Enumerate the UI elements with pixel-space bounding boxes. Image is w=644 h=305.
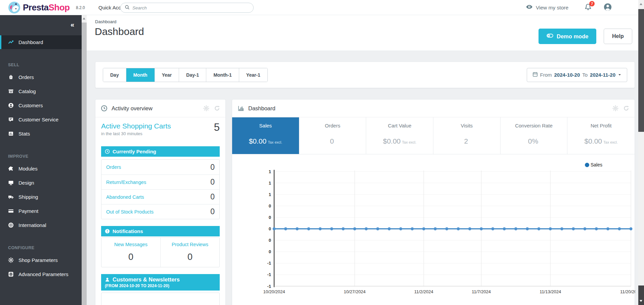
active-carts-label[interactable]: Active Shopping Carts — [101, 122, 171, 130]
kpi-value: 0 — [330, 137, 334, 145]
kpi-label: Net Profit — [567, 123, 635, 128]
customer-service-icon — [8, 117, 14, 122]
svg-text:0: 0 — [269, 226, 271, 231]
svg-text:-1: -1 — [267, 284, 271, 289]
refresh-icon[interactable] — [214, 105, 220, 111]
pending-row-value: 0 — [210, 178, 215, 187]
topbar-right: View my store 7 — [526, 0, 612, 15]
scrollbar-thumb[interactable] — [638, 9, 644, 132]
toggle-icon — [547, 32, 553, 40]
pending-row-link[interactable]: Orders — [106, 164, 121, 170]
sidebar-item-design[interactable]: Design — [0, 176, 82, 190]
pending-row-value: 0 — [210, 192, 215, 201]
page-header: Dashboard Dashboard Demo mode Help — [87, 15, 638, 50]
kpi-label: Sales — [232, 123, 299, 128]
pending-row-link[interactable]: Return/Exchanges — [106, 180, 146, 185]
kpi-tile-net-profit[interactable]: Net Profit$0.00Tax excl. — [567, 117, 635, 154]
clock-icon — [105, 149, 110, 154]
sidebar-item-label: Orders — [18, 74, 34, 80]
user-avatar[interactable] — [604, 3, 612, 12]
kpi-value: $0.00 — [249, 137, 267, 145]
refresh-icon[interactable] — [623, 105, 629, 111]
sidebar-item-shop-parameters[interactable]: Shop Parameters — [0, 253, 82, 267]
sidebar-item-modules[interactable]: Modules — [0, 161, 82, 176]
sidebar-item-orders[interactable]: Orders — [0, 70, 82, 84]
kpi-tile-sales[interactable]: Sales$0.00Tax excl. — [232, 117, 299, 154]
demo-mode-button[interactable]: Demo mode — [539, 29, 596, 44]
international-icon — [8, 222, 14, 228]
prestashop-logo-icon — [8, 1, 20, 14]
range-tab-month-1[interactable]: Month-1 — [206, 68, 239, 82]
notification-col-new-messages: New Messages0 — [101, 238, 160, 267]
svg-text:10/27/2024: 10/27/2024 — [344, 289, 366, 294]
scroll-up-icon[interactable] — [83, 17, 85, 20]
sidebar-item-stats[interactable]: Stats — [0, 126, 82, 141]
notification-link[interactable]: Product Reviews — [161, 242, 219, 247]
kpi-tile-cart-value[interactable]: Cart Value$0.00Tax excl. — [366, 117, 433, 154]
scroll-down-button[interactable] — [638, 285, 644, 305]
exclamation-icon — [105, 229, 110, 234]
sidebar-item-customers[interactable]: Customers — [0, 98, 82, 112]
sidebar-section-sell: SELLOrdersCatalogCustomersCustomer Servi… — [0, 63, 82, 141]
page-title: Dashboard — [95, 26, 144, 37]
view-my-store-link[interactable]: View my store — [526, 3, 568, 12]
scroll-down-icon — [640, 300, 642, 302]
kpi-tile-orders[interactable]: Orders0 — [299, 117, 367, 154]
payment-icon — [8, 208, 14, 214]
kpi-value: $0.00 — [584, 137, 602, 145]
svg-text:0: 0 — [269, 238, 271, 243]
stats-icon — [8, 131, 14, 137]
sidebar-item-dashboard[interactable]: Dashboard — [0, 35, 82, 49]
person-icon — [105, 277, 110, 282]
scroll-up-icon[interactable] — [640, 3, 642, 5]
sidebar-collapse-button[interactable]: « — [71, 21, 74, 28]
sidebar-item-label: Shipping — [18, 194, 38, 200]
kpi-tile-conversion-rate[interactable]: Conversion Rate0% — [501, 117, 568, 154]
date-range-button[interactable]: From 2024-10-20 To 2024-11-20 — [527, 68, 627, 82]
kpi-tile-visits[interactable]: Visits2 — [433, 117, 501, 154]
sidebar-item-catalog[interactable]: Catalog — [0, 84, 82, 98]
content-scrollbar-left — [82, 15, 87, 305]
panel-tools — [203, 105, 220, 111]
view-my-store-label: View my store — [536, 5, 568, 11]
range-tab-month[interactable]: Month — [126, 68, 155, 82]
active-carts-value: 5 — [214, 122, 220, 132]
range-tab-year[interactable]: Year — [155, 68, 179, 82]
svg-text:11/20/2024: 11/20/2024 — [620, 289, 635, 294]
svg-text:-1: -1 — [267, 261, 271, 266]
chevron-down-icon — [618, 72, 621, 78]
sidebar-item-label: International — [18, 222, 46, 228]
search-input[interactable] — [132, 5, 249, 10]
pending-row-link[interactable]: Out of Stock Products — [106, 209, 154, 215]
date-filter-panel: DayMonthYearDay-1Month-1Year-1 From 2024… — [95, 62, 635, 88]
scrollbar-thumb[interactable] — [82, 23, 87, 305]
sidebar-collapse-row: « — [0, 18, 82, 31]
sidebar-item-international[interactable]: International — [0, 218, 82, 232]
activity-panel-body: Active Shopping Carts in the last 30 min… — [95, 117, 225, 305]
pending-row-value: 0 — [210, 207, 215, 216]
sidebar-item-advanced-parameters[interactable]: Advanced Parameters — [0, 267, 82, 281]
date-from-value: 2024-10-20 — [554, 72, 580, 78]
sidebar-item-label: Stats — [18, 131, 30, 137]
sidebar-section-configure: CONFIGUREShop ParametersAdvanced Paramet… — [0, 245, 82, 281]
window-scrollbar — [638, 0, 644, 305]
help-button[interactable]: Help — [604, 29, 632, 44]
calendar-icon — [532, 72, 538, 78]
sidebar-item-customer-service[interactable]: Customer Service — [0, 112, 82, 126]
gear-icon[interactable] — [612, 105, 618, 111]
range-tab-day-1[interactable]: Day-1 — [179, 68, 206, 82]
notifications-button[interactable]: 7 — [585, 3, 592, 12]
sidebar-section-improve: IMPROVEModulesDesignShippingPaymentInter… — [0, 154, 82, 232]
pending-row-abandoned-carts: Abandoned Carts0 — [101, 189, 219, 204]
customers-newsletters-title: Customers & Newsletters — [113, 276, 180, 283]
sidebar-item-shipping[interactable]: Shipping — [0, 190, 82, 204]
sidebar-item-label: Advanced Parameters — [18, 271, 68, 277]
range-tab-day[interactable]: Day — [103, 68, 126, 82]
sidebar-item-payment[interactable]: Payment — [0, 204, 82, 218]
pending-row-link[interactable]: Abandoned Carts — [106, 194, 144, 200]
demo-mode-label: Demo mode — [557, 33, 588, 40]
gear-icon[interactable] — [203, 105, 209, 111]
range-tab-year-1[interactable]: Year-1 — [239, 68, 267, 82]
active-carts-subtitle: in the last 30 minutes — [101, 131, 171, 136]
notification-link[interactable]: New Messages — [101, 242, 160, 247]
